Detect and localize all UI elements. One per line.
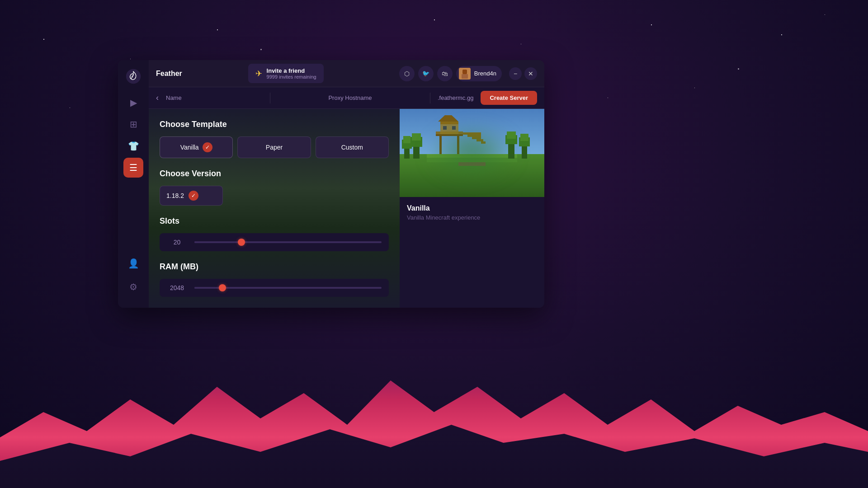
star	[521, 44, 521, 44]
version-button[interactable]: 1.18.2 ✓	[160, 186, 223, 206]
star	[434, 19, 435, 20]
slots-slider-container: 20	[160, 233, 389, 251]
version-section: Choose Version 1.18.2 ✓	[160, 169, 389, 206]
app-title: Feather	[156, 70, 182, 78]
ram-title: RAM (MB)	[160, 262, 389, 272]
sidebar: ▶ ⊞ 👕 ☰ 👤 ⚙	[118, 60, 149, 308]
twitter-button[interactable]: 🐦	[418, 66, 434, 81]
ram-slider-container: 2048	[160, 279, 389, 297]
main-window: Feather ✈ Invite a friend 9999 invites r…	[118, 60, 544, 308]
custom-label: Custom	[341, 144, 363, 151]
sidebar-item-servers[interactable]: ☰	[123, 158, 143, 178]
sidebar-logo	[124, 67, 142, 85]
grid-icon: ⊞	[130, 119, 137, 130]
minimize-icon: −	[514, 70, 517, 77]
window-header: Feather ✈ Invite a friend 9999 invites r…	[118, 60, 544, 87]
profile-icon: 👤	[128, 258, 139, 269]
close-button[interactable]: ✕	[524, 67, 537, 80]
sidebar-item-play[interactable]: ▶	[123, 93, 143, 113]
mountains-background	[0, 343, 868, 488]
invite-title: Invite a friend	[267, 67, 316, 74]
toolbar-divider	[270, 93, 270, 103]
create-server-button[interactable]: Create Server	[481, 91, 537, 105]
slots-title: Slots	[160, 216, 389, 226]
template-section: Choose Template Vanilla ✓ Paper Custom	[160, 120, 389, 158]
sidebar-item-shop[interactable]: 👕	[123, 136, 143, 156]
window-controls: − ✕	[509, 67, 537, 80]
back-button[interactable]: ‹	[156, 93, 159, 103]
star	[738, 68, 739, 70]
paper-label: Paper	[266, 144, 283, 151]
star	[825, 14, 825, 15]
slots-value: 20	[167, 239, 187, 246]
domain-field: .feathermc.gg	[438, 94, 474, 101]
svg-rect-3	[462, 74, 468, 79]
toolbar-divider-2	[430, 93, 430, 103]
slots-slider-thumb[interactable]	[238, 239, 245, 246]
svg-rect-35	[400, 109, 544, 197]
sidebar-item-overview[interactable]: ⊞	[123, 114, 143, 134]
sidebar-navigation: ▶ ⊞ 👕 ☰	[123, 93, 143, 250]
preview-image	[400, 109, 544, 197]
play-icon: ▶	[130, 97, 137, 108]
version-check-icon: ✓	[189, 191, 198, 201]
logo-area: Feather	[156, 70, 210, 78]
star	[130, 59, 131, 59]
settings-icon: ⚙	[129, 282, 137, 292]
star	[694, 88, 695, 88]
sidebar-item-profile[interactable]: 👤	[123, 253, 143, 273]
invite-text: Invite a friend 9999 invites remaining	[267, 67, 316, 80]
template-vanilla-button[interactable]: Vanilla ✓	[160, 136, 233, 158]
discord-button[interactable]: ⬡	[399, 66, 415, 81]
discord-icon: ⬡	[404, 70, 410, 77]
ram-slider-fill	[194, 287, 222, 289]
star	[608, 98, 608, 98]
minimize-button[interactable]: −	[509, 67, 522, 80]
template-buttons: Vanilla ✓ Paper Custom	[160, 136, 389, 158]
invite-subtitle: 9999 invites remaining	[267, 74, 316, 80]
ram-value: 2048	[167, 284, 187, 291]
star	[651, 24, 652, 25]
header-actions: ⬡ 🐦 🛍 Brend4n −	[399, 66, 537, 81]
slots-slider-track[interactable]	[194, 241, 382, 243]
username-label: Brend4n	[474, 70, 496, 77]
ram-section: RAM (MB) 2048	[160, 262, 389, 297]
slots-section: Slots 20	[160, 216, 389, 251]
preview-info: Vanilla Vanilla Minecraft experience	[400, 197, 544, 228]
feather-logo-icon	[125, 68, 142, 84]
vanilla-label: Vanilla	[180, 144, 199, 151]
shop-button[interactable]: 🛍	[437, 66, 453, 81]
bag-icon: 🛍	[442, 70, 448, 77]
content-area: Choose Template Vanilla ✓ Paper Custom	[149, 109, 544, 308]
preview-description: Vanilla Minecraft experience	[407, 214, 537, 221]
main-content: ‹ Name Proxy Hostname .feathermc.gg Crea…	[149, 87, 544, 308]
close-icon: ✕	[528, 70, 533, 77]
avatar	[459, 68, 471, 80]
star	[70, 108, 70, 108]
user-chip[interactable]: Brend4n	[456, 66, 502, 81]
toolbar: ‹ Name Proxy Hostname .feathermc.gg Crea…	[149, 87, 544, 109]
star	[260, 49, 262, 50]
star	[781, 34, 782, 35]
left-panel: Choose Template Vanilla ✓ Paper Custom	[149, 109, 400, 308]
version-label: 1.18.2	[166, 192, 184, 199]
twitter-icon: 🐦	[422, 70, 429, 77]
proxy-hostname-field[interactable]: Proxy Hostname	[278, 94, 423, 101]
invite-banner[interactable]: ✈ Invite a friend 9999 invites remaining	[248, 64, 324, 83]
sidebar-item-settings[interactable]: ⚙	[123, 277, 143, 297]
template-custom-button[interactable]: Custom	[316, 136, 389, 158]
minecraft-preview-svg	[400, 109, 544, 197]
ram-slider-thumb[interactable]	[219, 284, 226, 291]
servers-icon: ☰	[129, 162, 137, 173]
shirt-icon: 👕	[128, 141, 139, 151]
star	[217, 29, 218, 30]
ram-slider-track[interactable]	[194, 287, 382, 289]
avatar-icon	[459, 68, 471, 80]
right-panel: Vanilla Vanilla Minecraft experience	[400, 109, 544, 308]
paper-plane-icon: ✈	[255, 69, 262, 79]
choose-template-title: Choose Template	[160, 120, 389, 129]
template-paper-button[interactable]: Paper	[237, 136, 311, 158]
slots-slider-fill	[194, 241, 241, 243]
star	[43, 39, 44, 40]
name-field[interactable]: Name	[166, 94, 263, 101]
